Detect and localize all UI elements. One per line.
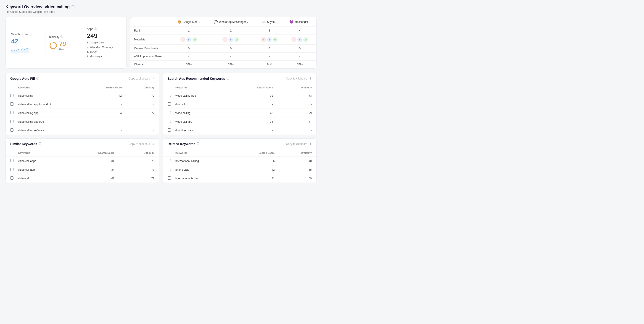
google-meet-dropdown[interactable]: Google Meet ▾: [183, 20, 200, 24]
related-keywords-download-icon[interactable]: ⬇: [309, 142, 312, 146]
row-checkbox-cell[interactable]: [163, 126, 171, 135]
apps-list: 1. Google Meet 2. WhatsApp Messenger 3. …: [87, 41, 117, 59]
row-checkbox[interactable]: [168, 120, 171, 123]
sparkline-chart: [11, 46, 30, 53]
search-score-cell: 34: [85, 109, 126, 117]
google-auto-fill-info-icon[interactable]: ⓘ: [36, 77, 39, 80]
row-checkbox-cell[interactable]: [6, 100, 14, 109]
whatsapp-dropdown[interactable]: WhatsApp Messenger ▾: [219, 20, 248, 24]
list-item: video call apps 34 76: [6, 157, 159, 165]
metadata-badges-1: T S D: [175, 37, 203, 42]
row-checkbox-cell[interactable]: [163, 100, 171, 109]
keyword-cell: video calling software: [14, 126, 85, 135]
row-checkbox[interactable]: [10, 94, 14, 97]
list-item: video calling app for android - -: [6, 100, 159, 109]
keyword-cell: video call apps: [14, 157, 68, 165]
keyword-cell: video calling app free: [14, 117, 85, 126]
list-item: video calling app free - -: [6, 117, 159, 126]
related-keywords-card: Related Keywords ⓘ Copy to clipboard ⬇ K…: [163, 138, 316, 183]
row-checkbox[interactable]: [10, 168, 14, 171]
row-checkbox-cell[interactable]: [163, 91, 171, 100]
search-score-cell: 42: [228, 109, 278, 117]
row-checkbox[interactable]: [168, 159, 171, 162]
keyword-cell: video call app: [14, 165, 68, 174]
row-checkbox-cell[interactable]: [163, 117, 171, 126]
title-info-icon[interactable]: ⓘ: [72, 5, 74, 9]
list-item: video calling software - -: [6, 126, 159, 135]
row-checkbox[interactable]: [10, 120, 14, 123]
list-item: international calling 36 48: [163, 157, 316, 165]
search-score-cell: -: [85, 117, 126, 126]
search-score-cell: -: [85, 100, 126, 109]
related-keywords-title: Related Keywords: [168, 142, 195, 146]
col-messenger: 💜 Messenger ▾: [284, 17, 316, 27]
row-checkbox-cell[interactable]: [6, 165, 14, 174]
row-checkbox-cell[interactable]: [163, 109, 171, 117]
difficulty-cell: -: [278, 126, 316, 135]
row-checkbox[interactable]: [10, 128, 14, 132]
list-item: duo video calls - -: [163, 126, 316, 135]
search-score-cell: 36: [232, 157, 279, 165]
table-row: Metadata T S D T S D T: [130, 35, 316, 45]
related-keywords-table: Keywords Search Score Difficulty interna…: [163, 149, 316, 183]
difficulty-cell: 72: [119, 174, 159, 183]
row-checkbox[interactable]: [168, 168, 171, 171]
row-checkbox[interactable]: [168, 94, 171, 97]
google-auto-fill-download-icon[interactable]: ⬇: [152, 77, 154, 80]
difficulty-info-icon[interactable]: ⓘ: [60, 35, 63, 39]
search-score-cell: -: [228, 100, 278, 109]
search-score-cell: 42: [85, 91, 126, 100]
row-checkbox[interactable]: [10, 102, 14, 106]
row-checkbox-cell[interactable]: [163, 165, 171, 174]
row-checkbox[interactable]: [168, 102, 171, 106]
apps-label: Apps: [87, 28, 93, 31]
search-score-block: Search Score ⓘ 42: [11, 33, 46, 54]
row-checkbox-cell[interactable]: [6, 109, 14, 117]
page-title: Keyword Overview: video calling ⓘ: [6, 5, 316, 9]
similar-keywords-download-icon[interactable]: ⬇: [152, 142, 154, 146]
row-checkbox[interactable]: [10, 159, 14, 162]
related-keywords-info-icon[interactable]: ⓘ: [197, 142, 199, 146]
search-score-info-icon[interactable]: ⓘ: [29, 33, 32, 36]
search-ads-copy-button[interactable]: Copy to clipboard: [286, 77, 308, 80]
difficulty-cell: -: [278, 100, 316, 109]
keyword-cell: video calling free: [171, 91, 228, 100]
similar-keywords-copy-button[interactable]: Copy to clipboard: [129, 142, 150, 146]
row-checkbox[interactable]: [10, 111, 14, 114]
row-checkbox[interactable]: [168, 128, 171, 132]
search-ads-table: Keywords Search Score Difficulty video c…: [163, 84, 316, 135]
list-item: video calling 42 79: [6, 91, 159, 100]
row-checkbox-cell[interactable]: [6, 117, 14, 126]
row-checkbox-cell[interactable]: [163, 157, 171, 165]
row-checkbox-cell[interactable]: [6, 174, 14, 183]
row-checkbox[interactable]: [168, 176, 171, 180]
apps-info-icon[interactable]: ⓘ: [94, 27, 97, 31]
list-item: video calling 42 79: [163, 109, 316, 117]
difficulty-value: 79: [59, 40, 66, 48]
similar-keywords-card: Similar Keywords ⓘ Copy to clipboard ⬇ K…: [6, 138, 159, 183]
google-auto-fill-copy-button[interactable]: Copy to clipboard: [129, 77, 150, 80]
list-item: international texting 31 59: [163, 174, 316, 183]
row-checkbox[interactable]: [168, 111, 171, 114]
table-row: Organic Downloads 0 0 0 0: [130, 45, 316, 53]
col-skype: ☁️ Skype ▾: [255, 17, 284, 27]
search-ads-info-icon[interactable]: ⓘ: [226, 77, 229, 80]
keyword-cell: duo video calls: [171, 126, 228, 135]
related-keywords-copy-button[interactable]: Copy to clipboard: [286, 142, 308, 146]
keyword-cell: international calling: [171, 157, 232, 165]
search-score-cell: 34: [228, 117, 278, 126]
row-checkbox-cell[interactable]: [6, 157, 14, 165]
google-auto-fill-table: Keywords Search Score Difficulty video c…: [6, 84, 159, 135]
google-auto-fill-card: Google Auto Fill ⓘ Copy to clipboard ⬇ K…: [6, 73, 159, 135]
messenger-dropdown[interactable]: Messenger ▾: [294, 20, 310, 24]
skype-dropdown[interactable]: Skype ▾: [267, 20, 276, 24]
row-checkbox[interactable]: [10, 176, 14, 180]
row-checkbox-cell[interactable]: [163, 174, 171, 183]
metadata-badges-4: T S D: [287, 37, 313, 42]
similar-keywords-info-icon[interactable]: ⓘ: [38, 142, 41, 146]
search-ads-download-icon[interactable]: ⬇: [309, 77, 312, 80]
row-checkbox-cell[interactable]: [6, 91, 14, 100]
search-ads-header: Search Ads Recommended Keywords ⓘ Copy t…: [163, 73, 316, 84]
related-keywords-header: Related Keywords ⓘ Copy to clipboard ⬇: [163, 139, 316, 149]
row-checkbox-cell[interactable]: [6, 126, 14, 135]
